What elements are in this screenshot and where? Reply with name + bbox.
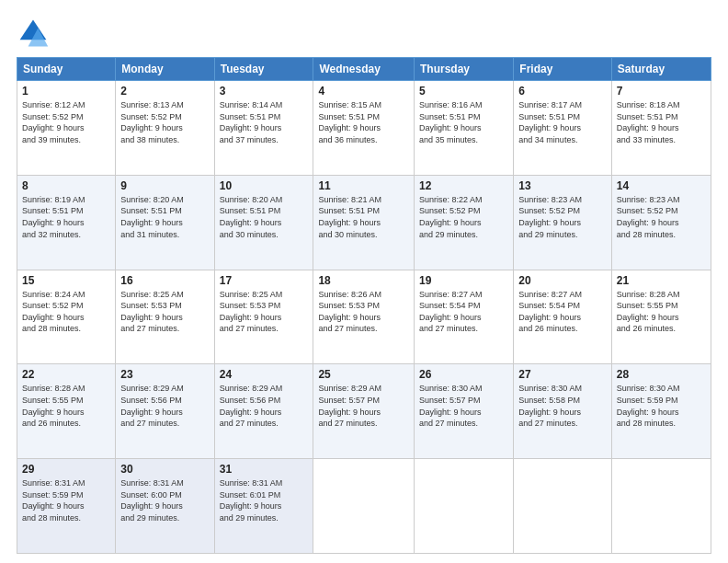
day-content: Sunrise: 8:20 AMSunset: 5:51 PMDaylight:… <box>120 194 209 240</box>
day-header-tuesday: Tuesday <box>214 58 313 81</box>
calendar-day-5: 5Sunrise: 8:16 AMSunset: 5:51 PMDaylight… <box>415 81 514 176</box>
day-number: 18 <box>318 274 409 287</box>
day-content: Sunrise: 8:30 AMSunset: 5:57 PMDaylight:… <box>419 383 508 429</box>
calendar-day-7: 7Sunrise: 8:18 AMSunset: 5:51 PMDaylight… <box>611 81 711 176</box>
empty-cell <box>611 459 711 554</box>
day-content: Sunrise: 8:21 AMSunset: 5:51 PMDaylight:… <box>318 194 409 240</box>
calendar-day-26: 26Sunrise: 8:30 AMSunset: 5:57 PMDayligh… <box>415 364 514 459</box>
day-number: 6 <box>518 85 607 98</box>
calendar-day-2: 2Sunrise: 8:13 AMSunset: 5:52 PMDaylight… <box>116 81 214 176</box>
calendar-day-30: 30Sunrise: 8:31 AMSunset: 6:00 PMDayligh… <box>116 459 214 554</box>
day-content: Sunrise: 8:29 AMSunset: 5:57 PMDaylight:… <box>318 383 409 429</box>
day-content: Sunrise: 8:23 AMSunset: 5:52 PMDaylight:… <box>617 194 706 240</box>
day-content: Sunrise: 8:14 AMSunset: 5:51 PMDaylight:… <box>220 99 309 145</box>
day-number: 9 <box>120 179 209 192</box>
empty-cell <box>313 459 415 554</box>
calendar-day-18: 18Sunrise: 8:26 AMSunset: 5:53 PMDayligh… <box>313 270 415 364</box>
calendar-day-25: 25Sunrise: 8:29 AMSunset: 5:57 PMDayligh… <box>313 364 415 459</box>
calendar-day-4: 4Sunrise: 8:15 AMSunset: 5:51 PMDaylight… <box>313 81 415 176</box>
day-content: Sunrise: 8:12 AMSunset: 5:52 PMDaylight:… <box>22 99 110 145</box>
day-content: Sunrise: 8:28 AMSunset: 5:55 PMDaylight:… <box>617 289 706 335</box>
day-number: 29 <box>22 463 110 476</box>
empty-cell <box>415 459 514 554</box>
day-number: 15 <box>22 274 110 287</box>
day-content: Sunrise: 8:28 AMSunset: 5:55 PMDaylight:… <box>22 383 110 429</box>
calendar-day-29: 29Sunrise: 8:31 AMSunset: 5:59 PMDayligh… <box>17 459 116 554</box>
calendar-header-row: SundayMondayTuesdayWednesdayThursdayFrid… <box>17 58 711 81</box>
day-number: 3 <box>220 85 309 98</box>
day-number: 1 <box>22 85 110 98</box>
day-number: 21 <box>617 274 706 287</box>
day-header-friday: Friday <box>514 58 612 81</box>
day-number: 27 <box>518 368 607 381</box>
calendar-week-3: 15Sunrise: 8:24 AMSunset: 5:52 PMDayligh… <box>17 270 711 364</box>
day-number: 2 <box>120 85 209 98</box>
calendar-day-22: 22Sunrise: 8:28 AMSunset: 5:55 PMDayligh… <box>17 364 116 459</box>
day-number: 30 <box>120 463 209 476</box>
calendar-week-4: 22Sunrise: 8:28 AMSunset: 5:55 PMDayligh… <box>17 364 711 459</box>
day-content: Sunrise: 8:29 AMSunset: 5:56 PMDaylight:… <box>220 383 309 429</box>
calendar-day-10: 10Sunrise: 8:20 AMSunset: 5:51 PMDayligh… <box>214 175 313 270</box>
day-header-wednesday: Wednesday <box>313 58 415 81</box>
day-content: Sunrise: 8:15 AMSunset: 5:51 PMDaylight:… <box>318 99 409 145</box>
day-number: 16 <box>120 274 209 287</box>
calendar-day-12: 12Sunrise: 8:22 AMSunset: 5:52 PMDayligh… <box>415 175 514 270</box>
day-content: Sunrise: 8:27 AMSunset: 5:54 PMDaylight:… <box>518 289 607 335</box>
day-content: Sunrise: 8:26 AMSunset: 5:53 PMDaylight:… <box>318 289 409 335</box>
day-number: 5 <box>419 85 508 98</box>
day-number: 31 <box>220 463 309 476</box>
calendar-day-19: 19Sunrise: 8:27 AMSunset: 5:54 PMDayligh… <box>415 270 514 364</box>
day-number: 24 <box>220 368 309 381</box>
day-number: 17 <box>220 274 309 287</box>
day-content: Sunrise: 8:13 AMSunset: 5:52 PMDaylight:… <box>120 99 209 145</box>
day-number: 11 <box>318 179 409 192</box>
calendar-day-24: 24Sunrise: 8:29 AMSunset: 5:56 PMDayligh… <box>214 364 313 459</box>
day-number: 12 <box>419 179 508 192</box>
day-content: Sunrise: 8:25 AMSunset: 5:53 PMDaylight:… <box>220 289 309 335</box>
day-content: Sunrise: 8:25 AMSunset: 5:53 PMDaylight:… <box>120 289 209 335</box>
day-content: Sunrise: 8:30 AMSunset: 5:58 PMDaylight:… <box>518 383 607 429</box>
calendar-day-3: 3Sunrise: 8:14 AMSunset: 5:51 PMDaylight… <box>214 81 313 176</box>
day-number: 26 <box>419 368 508 381</box>
calendar-day-6: 6Sunrise: 8:17 AMSunset: 5:51 PMDaylight… <box>514 81 612 176</box>
calendar-day-23: 23Sunrise: 8:29 AMSunset: 5:56 PMDayligh… <box>116 364 214 459</box>
day-number: 23 <box>120 368 209 381</box>
calendar-week-5: 29Sunrise: 8:31 AMSunset: 5:59 PMDayligh… <box>17 459 711 554</box>
calendar-day-8: 8Sunrise: 8:19 AMSunset: 5:51 PMDaylight… <box>17 175 116 270</box>
calendar-day-27: 27Sunrise: 8:30 AMSunset: 5:58 PMDayligh… <box>514 364 612 459</box>
day-number: 4 <box>318 85 409 98</box>
logo <box>17 17 53 50</box>
calendar-day-21: 21Sunrise: 8:28 AMSunset: 5:55 PMDayligh… <box>611 270 711 364</box>
day-header-saturday: Saturday <box>611 58 711 81</box>
calendar-day-13: 13Sunrise: 8:23 AMSunset: 5:52 PMDayligh… <box>514 175 612 270</box>
calendar-week-1: 1Sunrise: 8:12 AMSunset: 5:52 PMDaylight… <box>17 81 711 176</box>
day-number: 14 <box>617 179 706 192</box>
day-content: Sunrise: 8:22 AMSunset: 5:52 PMDaylight:… <box>419 194 508 240</box>
day-content: Sunrise: 8:20 AMSunset: 5:51 PMDaylight:… <box>220 194 309 240</box>
calendar-day-31: 31Sunrise: 8:31 AMSunset: 6:01 PMDayligh… <box>214 459 313 554</box>
day-content: Sunrise: 8:17 AMSunset: 5:51 PMDaylight:… <box>518 99 607 145</box>
page: SundayMondayTuesdayWednesdayThursdayFrid… <box>0 0 728 563</box>
day-content: Sunrise: 8:30 AMSunset: 5:59 PMDaylight:… <box>617 383 706 429</box>
day-content: Sunrise: 8:16 AMSunset: 5:51 PMDaylight:… <box>419 99 508 145</box>
day-header-monday: Monday <box>116 58 214 81</box>
day-content: Sunrise: 8:29 AMSunset: 5:56 PMDaylight:… <box>120 383 209 429</box>
day-number: 19 <box>419 274 508 287</box>
calendar-week-2: 8Sunrise: 8:19 AMSunset: 5:51 PMDaylight… <box>17 175 711 270</box>
header <box>17 17 711 50</box>
calendar-day-9: 9Sunrise: 8:20 AMSunset: 5:51 PMDaylight… <box>116 175 214 270</box>
day-content: Sunrise: 8:27 AMSunset: 5:54 PMDaylight:… <box>419 289 508 335</box>
calendar-day-11: 11Sunrise: 8:21 AMSunset: 5:51 PMDayligh… <box>313 175 415 270</box>
day-content: Sunrise: 8:23 AMSunset: 5:52 PMDaylight:… <box>518 194 607 240</box>
day-number: 7 <box>617 85 706 98</box>
day-number: 25 <box>318 368 409 381</box>
day-number: 22 <box>22 368 110 381</box>
calendar-day-16: 16Sunrise: 8:25 AMSunset: 5:53 PMDayligh… <box>116 270 214 364</box>
day-number: 10 <box>220 179 309 192</box>
calendar-day-20: 20Sunrise: 8:27 AMSunset: 5:54 PMDayligh… <box>514 270 612 364</box>
day-number: 20 <box>518 274 607 287</box>
calendar-day-14: 14Sunrise: 8:23 AMSunset: 5:52 PMDayligh… <box>611 175 711 270</box>
calendar-day-15: 15Sunrise: 8:24 AMSunset: 5:52 PMDayligh… <box>17 270 116 364</box>
day-content: Sunrise: 8:24 AMSunset: 5:52 PMDaylight:… <box>22 289 110 335</box>
calendar-day-17: 17Sunrise: 8:25 AMSunset: 5:53 PMDayligh… <box>214 270 313 364</box>
